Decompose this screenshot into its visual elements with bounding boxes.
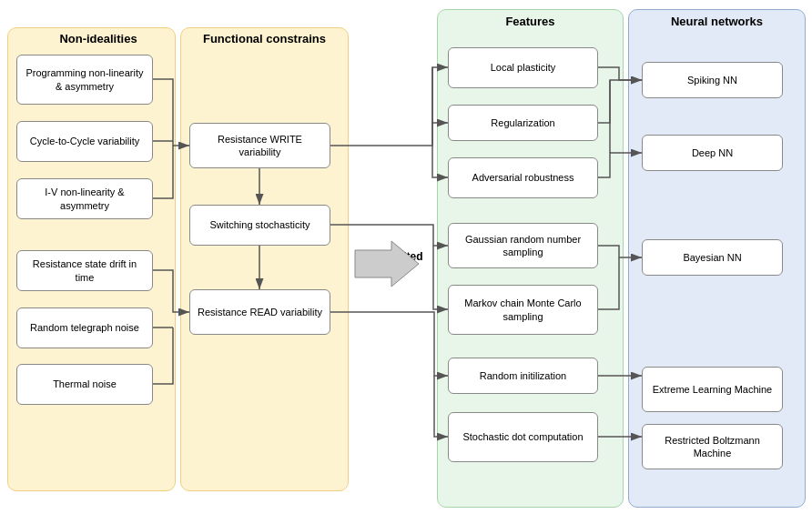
box-f4: Gaussian random number sampling bbox=[448, 223, 598, 268]
box-nn1: Spiking NN bbox=[642, 62, 783, 98]
functional-header: Functional constrains bbox=[180, 32, 349, 45]
box-nn5: Restricted Boltzmann Machine bbox=[642, 424, 783, 469]
box-f6: Random initilization bbox=[448, 358, 598, 394]
nonidealities-header: Non-idealities bbox=[16, 32, 180, 45]
box-ni6: Thermal noise bbox=[16, 364, 153, 405]
box-fc1: Resistance WRITE variability bbox=[189, 123, 330, 168]
box-f7: Stochastic dot computation bbox=[448, 412, 598, 462]
features-header: Features bbox=[437, 15, 624, 28]
box-ni4: Resistance state drift in time bbox=[16, 250, 153, 291]
box-nn3: Bayesian NN bbox=[642, 239, 783, 276]
box-fc3: Resistance READ variability bbox=[189, 289, 330, 335]
neural-header: Neural networks bbox=[628, 15, 806, 28]
box-nn4: Extreme Learning Machine bbox=[642, 367, 783, 412]
box-ni1: Programming non-linearity & asymmetry bbox=[16, 55, 153, 105]
diagram: Non-idealities Functional constrains Fea… bbox=[0, 0, 812, 514]
box-ni3: I-V non-linearity & asymmetry bbox=[16, 178, 153, 219]
exploited-for-label: Exploitedfor bbox=[364, 250, 432, 278]
box-f1: Local plasticity bbox=[448, 47, 598, 88]
box-ni5: Random telegraph noise bbox=[16, 307, 153, 348]
box-f2: Regularization bbox=[448, 105, 598, 141]
box-nn2: Deep NN bbox=[642, 135, 783, 171]
box-ni2: Cycle-to-Cycle variability bbox=[16, 121, 153, 162]
box-fc2: Switching stochasticity bbox=[189, 205, 330, 246]
box-f5: Markov chain Monte Carlo sampling bbox=[448, 285, 598, 335]
section-functional bbox=[180, 27, 349, 491]
box-f3: Adversarial robustness bbox=[448, 157, 598, 198]
